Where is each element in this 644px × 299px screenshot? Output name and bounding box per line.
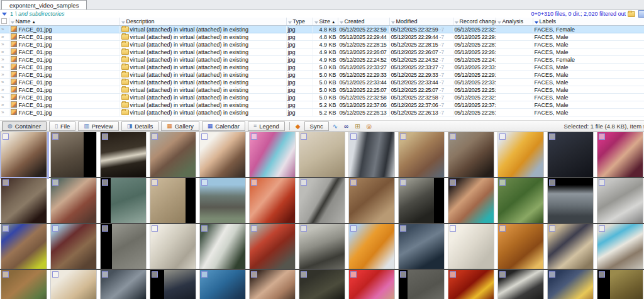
- thumb-checkbox[interactable]: [549, 225, 555, 232]
- table-row[interactable]: »FACE_01.jpgvirtual (attached) in virtua…: [0, 109, 644, 116]
- table-row[interactable]: »FACE_01.jpgvirtual (attached) in virtua…: [0, 79, 644, 86]
- thumb-checkbox[interactable]: [499, 133, 506, 140]
- thumb-checkbox[interactable]: [251, 179, 257, 186]
- details-view-button[interactable]: ◨Details: [121, 121, 159, 131]
- table-row[interactable]: »FACE_01.jpgvirtual (attached) in virtua…: [0, 101, 644, 109]
- table-row[interactable]: »FACE_01.jpgvirtual (attached) in virtua…: [0, 33, 644, 41]
- thumb-checkbox[interactable]: [350, 179, 357, 186]
- select-all-checkbox[interactable]: [1, 18, 7, 24]
- thumb-man-straw-hat[interactable]: [398, 132, 445, 177]
- table-row[interactable]: »FACE_01.jpgvirtual (attached) in virtua…: [0, 86, 644, 94]
- thumb-rocky-shore[interactable]: [50, 132, 97, 177]
- table-row[interactable]: »FACE_01.jpgvirtual (attached) in virtua…: [0, 94, 644, 101]
- thumb-checkbox[interactable]: [549, 179, 555, 186]
- thumb-dark-figure[interactable]: [150, 270, 196, 299]
- thumb-red-tractor[interactable]: [249, 224, 296, 269]
- thumb-checkbox[interactable]: [3, 179, 9, 186]
- thumb-child-red-blur[interactable]: [249, 178, 296, 223]
- thumb-checkbox[interactable]: [201, 133, 208, 140]
- thumb-green-foliage[interactable]: [497, 178, 544, 223]
- column-header-size[interactable]: Size▲: [313, 18, 338, 26]
- thumb-gray-tree[interactable]: [597, 178, 643, 223]
- wave-icon[interactable]: ∿: [331, 123, 339, 130]
- thumb-man-glasses-beard[interactable]: [50, 178, 97, 223]
- thumb-asphalt-cable[interactable]: [299, 178, 345, 223]
- thumb-checkbox[interactable]: [400, 271, 406, 278]
- thumb-checkbox[interactable]: [102, 133, 108, 140]
- thumb-skyscraper[interactable]: [348, 132, 395, 177]
- thumb-yellow-crane[interactable]: [497, 132, 544, 177]
- thumb-white-tray[interactable]: [50, 270, 97, 299]
- thumb-pier-figure[interactable]: [50, 224, 97, 269]
- thumb-checkbox[interactable]: [152, 133, 158, 140]
- thumb-checkbox[interactable]: [400, 133, 406, 140]
- thumb-checkbox[interactable]: [450, 133, 456, 140]
- thumb-checkbox[interactable]: [52, 133, 58, 140]
- thumb-chainlink-fence[interactable]: [100, 270, 147, 299]
- folder-list-icon[interactable]: ⊞: [353, 123, 361, 130]
- thumb-girl-portrait[interactable]: [448, 178, 494, 223]
- thumb-checkbox[interactable]: [102, 179, 108, 186]
- preview-view-button[interactable]: ▥Preview: [78, 121, 118, 131]
- thumb-stone-archway[interactable]: [398, 178, 445, 223]
- table-row[interactable]: »FACE_01.jpgvirtual (attached) in virtua…: [0, 56, 644, 64]
- table-row[interactable]: »FACE_01.jpgvirtual (attached) in virtua…: [0, 41, 644, 48]
- thumb-orange-crane[interactable]: [348, 224, 395, 269]
- legend-view-button[interactable]: ≡Legend: [248, 121, 285, 131]
- thumb-beach-legs[interactable]: [547, 224, 594, 269]
- filter-funnel-icon[interactable]: [314, 21, 318, 24]
- filter-funnel-icon[interactable]: [2, 13, 7, 16]
- filter-funnel-icon[interactable]: [11, 21, 14, 24]
- thumb-checkbox[interactable]: [350, 271, 357, 278]
- sync-button[interactable]: Sync: [304, 121, 329, 131]
- thumb-blurred-beige[interactable]: [150, 178, 196, 223]
- container-view-button[interactable]: ◍Container: [2, 121, 47, 131]
- thumb-checkbox[interactable]: [499, 271, 506, 278]
- thumb-man-headband[interactable]: [1, 224, 47, 269]
- thumb-checkbox[interactable]: [3, 271, 9, 278]
- column-header-type[interactable]: Type: [286, 18, 313, 26]
- thumb-checkbox[interactable]: [599, 271, 605, 278]
- thumb-man-green-shirt[interactable]: [150, 132, 196, 177]
- thumb-orange-soup[interactable]: [497, 224, 544, 269]
- thumb-checkbox[interactable]: [52, 271, 58, 278]
- column-header-record_changed[interactable]: Record changed: [453, 18, 496, 26]
- thumb-checkbox[interactable]: [152, 225, 158, 232]
- thumb-checkbox[interactable]: [350, 133, 357, 140]
- thumb-gray-rock[interactable]: [398, 270, 445, 299]
- thumb-checkbox[interactable]: [152, 271, 158, 278]
- column-header-modified[interactable]: Modified: [389, 18, 453, 26]
- thumb-checkbox[interactable]: [301, 179, 307, 186]
- thumb-waterfall[interactable]: [199, 224, 246, 269]
- thumb-checkbox[interactable]: [52, 179, 58, 186]
- thumb-popchips-bag[interactable]: [448, 270, 494, 299]
- thumb-teal-rock[interactable]: [100, 178, 147, 223]
- thumb-checkbox[interactable]: [251, 133, 257, 140]
- thumb-sea-railing[interactable]: [199, 270, 246, 299]
- thumb-checkbox[interactable]: [201, 179, 208, 186]
- thumb-checkbox[interactable]: [201, 271, 208, 278]
- binoculars-list-icon[interactable]: ∞: [343, 123, 350, 130]
- thumb-checkbox[interactable]: [251, 271, 257, 278]
- thumb-denim-jacket-back[interactable]: [547, 132, 594, 177]
- thumb-squirrel[interactable]: [1, 270, 47, 299]
- thumb-checkbox[interactable]: [450, 179, 456, 186]
- filter-funnel-icon[interactable]: [455, 21, 458, 24]
- thumb-street-umbrellas[interactable]: [597, 224, 643, 269]
- column-header-name[interactable]: Name▲: [9, 18, 119, 26]
- filter-funnel-icon[interactable]: [497, 21, 501, 24]
- thumb-checkbox[interactable]: [301, 133, 307, 140]
- thumb-dark-creek[interactable]: [100, 132, 147, 177]
- calendar-view-button[interactable]: ▦Calendar: [202, 121, 245, 131]
- filter-funnel-icon[interactable]: [340, 21, 343, 24]
- filter-funnel-icon[interactable]: [391, 21, 395, 24]
- thumb-checkbox[interactable]: [599, 225, 605, 232]
- filter-funnel-icon[interactable]: [121, 21, 125, 24]
- thumb-storm-clouds[interactable]: [547, 178, 594, 223]
- thumb-checkbox[interactable]: [251, 225, 257, 232]
- diamond-icon[interactable]: ◆: [294, 123, 302, 130]
- breadcrumb-path[interactable]: \ and subdirectories: [15, 11, 65, 17]
- thumb-checkbox[interactable]: [301, 225, 307, 232]
- thumb-sand-courtyard[interactable]: [299, 132, 345, 177]
- thumb-brown-wall[interactable]: [348, 178, 395, 223]
